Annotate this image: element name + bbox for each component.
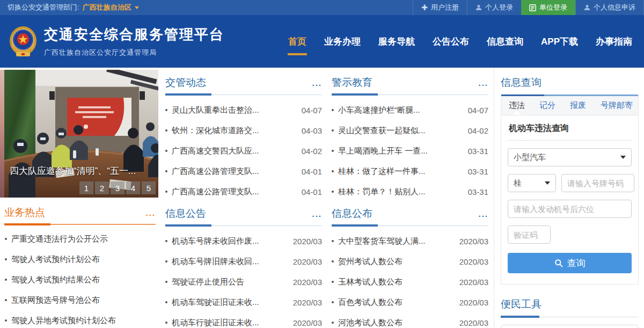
info-appeal-link[interactable]: 个人信息申诉: [575, 0, 644, 15]
list-item[interactable]: 贺州考试人数公布2020/03: [332, 251, 488, 272]
list-item[interactable]: 河池考试人数公布2020/03: [332, 312, 488, 328]
more-button[interactable]: ...: [312, 78, 322, 88]
tab-violation[interactable]: 违法: [509, 100, 525, 111]
list-item[interactable]: 驾驶人考试预约结果公布: [5, 269, 156, 290]
list-item[interactable]: 钦州：深化城市道路交...04-03: [165, 120, 322, 141]
tool-item-inspection-calculator[interactable]: 年检计算器: [501, 325, 639, 328]
register-link[interactable]: ✚ 用户注册: [413, 0, 467, 15]
list-item[interactable]: 机动车号牌旧牌未收回...2020/03: [165, 251, 322, 272]
nav-item-app-download[interactable]: APP下载: [541, 29, 578, 54]
pager-button-4[interactable]: 4: [126, 181, 140, 194]
list-item[interactable]: 驾驶人考试预约计划公布: [5, 249, 156, 269]
person-icon: [475, 4, 482, 11]
item-text: 钦州：深化城市道路交...: [172, 126, 297, 136]
list-item[interactable]: 玉林考试人数公布2020/03: [332, 272, 488, 292]
list-item[interactable]: 早上喝酒晚上开车 一查...03-31: [332, 141, 488, 161]
pager-button-5[interactable]: 5: [142, 181, 156, 194]
bullet-icon: [332, 150, 334, 152]
item-text: 贺州考试人数公布: [338, 257, 455, 267]
tab-scrap[interactable]: 报废: [570, 100, 586, 111]
captcha-input[interactable]: [508, 225, 551, 244]
hot-topics-header: 业务热点 ...: [4, 206, 156, 219]
bullet-icon: [165, 109, 167, 111]
more-button[interactable]: ...: [145, 208, 156, 217]
unit-login-button[interactable]: 单位登录: [521, 0, 575, 15]
convenience-tools-section: 便民工具 年检计算器: [501, 298, 639, 328]
info-publish-header: 信息公布 ...: [332, 207, 488, 220]
nav-item-business[interactable]: 业务办理: [324, 29, 361, 54]
list-item[interactable]: 小车高速撞护栏“断腿...04-07: [332, 100, 488, 120]
personal-login-link[interactable]: 个人登录: [467, 0, 521, 15]
list-item[interactable]: 驾驶人异地考试预约计划公布: [5, 310, 156, 328]
news-carousel[interactable]: 四大队应邀参加“清明”、“五一... 1 2 3 4 5: [4, 70, 158, 198]
search-icon: [554, 259, 563, 267]
bullet-icon: [5, 299, 7, 301]
list-item[interactable]: 灵山交警查获一起疑似...04-02: [332, 120, 488, 141]
list-item[interactable]: 驾驶证停止使用公告2020/03: [165, 272, 322, 292]
select-caret-icon: [620, 156, 626, 159]
more-button[interactable]: ...: [312, 209, 322, 218]
pager-button-3[interactable]: 3: [111, 181, 125, 194]
plate-prefix-select[interactable]: 桂: [508, 174, 556, 192]
pager-button-1[interactable]: 1: [79, 181, 93, 194]
tab-points[interactable]: 记分: [539, 100, 555, 111]
item-text: 驾驶人考试预约结果公布: [11, 275, 156, 285]
list-item[interactable]: 互联网预选号牌号池公布: [5, 290, 156, 310]
plate-number-input[interactable]: [561, 174, 634, 192]
nav-item-info-query[interactable]: 信息查询: [487, 29, 523, 54]
item-date: 2020/03: [293, 257, 322, 266]
pager-button-2[interactable]: 2: [95, 181, 109, 194]
bullet-icon: [332, 260, 334, 263]
bullet-icon: [165, 150, 167, 152]
list-item[interactable]: 机动车驾驶证旧证未收...2020/03: [165, 292, 322, 312]
nav-item-service-guide[interactable]: 服务导航: [378, 29, 415, 54]
nav-item-handbook[interactable]: 办事指南: [596, 29, 632, 54]
top-utility-bar: 切换公安交通管理部门: 广西壮族自治区 ✚ 用户注册 个人登录 单位登录 个人信…: [0, 0, 644, 15]
item-date: 2020/03: [459, 318, 488, 327]
list-item[interactable]: 严重交通违法行为公开公示: [5, 229, 156, 249]
engine-number-input[interactable]: [508, 200, 632, 218]
info-appeal-label: 个人信息申诉: [594, 3, 635, 12]
list-item[interactable]: 机动车号牌未收回作废...2020/03: [165, 231, 322, 251]
list-item[interactable]: 桂林：做了这样一件事...03-31: [332, 161, 488, 181]
brand-titles: 交通安全综合服务管理平台 广西壮族自治区公安厅交通管理局: [44, 25, 224, 57]
info-publish-list: 大中型客货车驾驶人满...2020/03 贺州考试人数公布2020/03 玉林考…: [332, 231, 488, 328]
query-submit-label: 查询: [567, 257, 586, 269]
bullet-icon: [165, 129, 167, 132]
main-content: 四大队应邀参加“清明”、“五一... 1 2 3 4 5 业务热点 ... 严重…: [0, 68, 644, 328]
item-text: 河池考试人数公布: [338, 318, 455, 328]
list-item[interactable]: 广西高速公路管理支队...04-01: [165, 181, 322, 202]
query-submit-button[interactable]: 查询: [508, 253, 632, 273]
list-item[interactable]: 广西高速公路管理支队...04-01: [165, 161, 322, 181]
list-item[interactable]: 广西高速交警四大队应...04-02: [165, 141, 322, 161]
more-button[interactable]: ...: [478, 78, 488, 88]
chevron-down-icon: [135, 6, 139, 9]
list-item[interactable]: 百色考试人数公布2020/03: [332, 292, 488, 312]
bullet-icon: [332, 129, 334, 132]
tools-header: 便民工具: [501, 298, 639, 311]
current-region[interactable]: 广西壮族自治区: [83, 3, 131, 12]
vehicle-type-select[interactable]: 小型汽车: [508, 148, 632, 166]
bullet-icon: [165, 281, 167, 283]
item-text: 广西高速公路管理支队...: [172, 166, 297, 177]
info-notice-list: 机动车号牌未收回作废...2020/03 机动车号牌旧牌未收回...2020/0…: [165, 231, 322, 328]
item-date: 2020/03: [293, 237, 322, 246]
list-item[interactable]: 桂林：罚单？！贴别人...03-31: [332, 181, 488, 202]
more-button[interactable]: ...: [478, 209, 488, 218]
item-text: 互联网预选号牌号池公布: [11, 295, 156, 305]
list-item[interactable]: 灵山大队重拳出击整治...04-07: [165, 100, 322, 120]
nav-item-announcements[interactable]: 公告公布: [433, 29, 469, 54]
bullet-icon: [332, 322, 334, 324]
section-title: 业务热点: [4, 206, 45, 220]
list-item[interactable]: 机动车行驶证旧证未收...2020/03: [165, 312, 322, 328]
bullet-icon: [5, 279, 7, 281]
carousel-caption: 四大队应邀参加“清明”、“五一...: [10, 165, 157, 177]
section-rule: [332, 93, 488, 96]
nav-item-home[interactable]: 首页: [288, 29, 306, 54]
account-links: ✚ 用户注册 个人登录 单位登录 个人信息申诉: [413, 0, 644, 15]
item-text: 驾驶人异地考试预约计划公布: [11, 316, 156, 326]
department-switcher[interactable]: 切换公安交通管理部门: 广西壮族自治区: [0, 0, 139, 15]
tab-plate-mail[interactable]: 号牌邮寄: [601, 100, 633, 111]
middle-column-1: 交管动态 ... 灵山大队重拳出击整治...04-07 钦州：深化城市道路交..…: [161, 68, 327, 328]
list-item[interactable]: 大中型客货车驾驶人满...2020/03: [332, 231, 488, 251]
